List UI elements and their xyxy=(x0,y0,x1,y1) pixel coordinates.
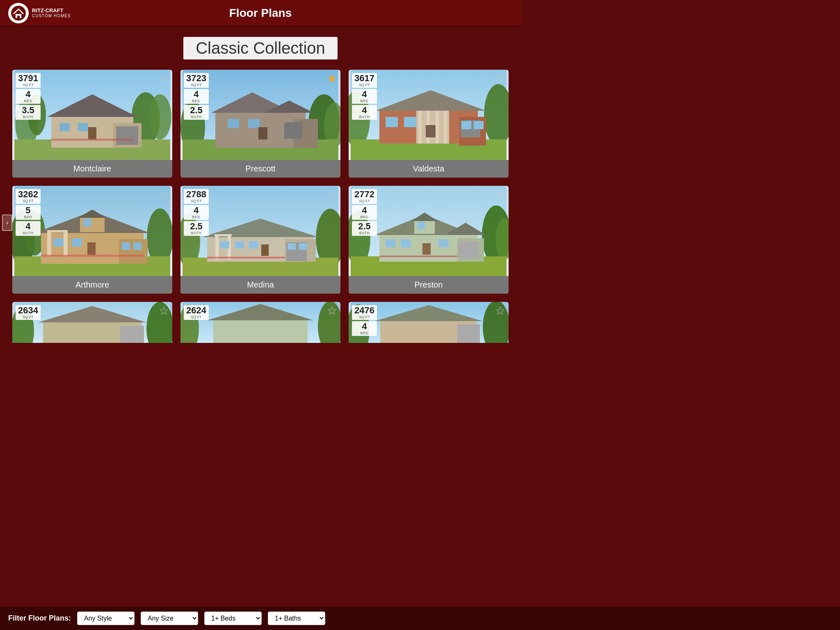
svg-rect-28 xyxy=(248,119,260,128)
svg-rect-67 xyxy=(41,255,144,257)
svg-rect-15 xyxy=(88,127,96,139)
svg-rect-26 xyxy=(284,122,302,139)
card-arthmore[interactable]: 3262 SQ FT 5 BED 4 BATH ☆ Arthmore xyxy=(12,186,172,294)
partial-card-2[interactable]: 2476 SQ FT 4 BED ☆ xyxy=(349,302,509,343)
svg-rect-59 xyxy=(47,231,51,256)
stats-overlay-valdesta: 3617 SQ FT 4 BED 4 BATH xyxy=(352,73,377,120)
svg-rect-64 xyxy=(87,242,96,255)
card-footer-valdesta: Valdesta xyxy=(349,160,509,178)
partial-card-image-2: 2476 SQ FT 4 BED ☆ xyxy=(349,302,509,343)
stats-overlay-partial-1: 2624 SQ FT xyxy=(184,305,209,320)
collection-title: Classic Collection xyxy=(183,37,338,59)
card-image-arthmore: 3262 SQ FT 5 BED 4 BATH ☆ xyxy=(12,186,172,276)
bed-box-medina: 4 BED xyxy=(184,205,209,220)
sqft-box-prescott: 3723 SQ FT xyxy=(184,73,209,88)
svg-rect-120 xyxy=(457,324,480,343)
svg-rect-29 xyxy=(258,127,267,139)
stats-overlay-partial-2: 2476 SQ FT 4 BED xyxy=(352,305,377,336)
svg-rect-44 xyxy=(404,117,416,127)
favorite-btn-partial-1[interactable]: ☆ xyxy=(327,305,337,317)
card-montclaire[interactable]: 3791 SQ FT 4 BED 3.5 BATH ☆ Montclaire xyxy=(12,70,172,178)
stats-overlay-preston: 2772 SQ FT 4 BED 2.5 BATH xyxy=(352,189,377,236)
favorite-btn-valdesta[interactable]: ☆ xyxy=(495,73,505,84)
svg-rect-97 xyxy=(418,222,425,229)
svg-rect-27 xyxy=(228,119,239,128)
logo-circle xyxy=(8,3,29,23)
bed-box-valdesta: 4 BED xyxy=(352,89,377,104)
partial-card-1[interactable]: 2624 SQ FT ☆ xyxy=(180,302,340,343)
svg-rect-81 xyxy=(249,241,258,249)
card-image-preston: 2772 SQ FT 4 BED 2.5 BATH ☆ xyxy=(349,186,509,276)
bath-box-preston: 2.5 BATH xyxy=(352,221,377,236)
sqft-box-partial-2: 2476 SQ FT xyxy=(352,305,377,320)
bed-box-partial-2: 4 BED xyxy=(352,321,377,336)
card-medina[interactable]: 2788 SQ FT 4 BED 2.5 BATH ☆ Medina xyxy=(180,186,340,294)
sqft-box-medina: 2788 SQ FT xyxy=(184,189,209,204)
header: RITZ·CRAFT CUSTOM HOMES Floor Plans xyxy=(0,0,521,27)
card-image-medina: 2788 SQ FT 4 BED 2.5 BATH ☆ xyxy=(180,186,340,276)
card-valdesta[interactable]: 3617 SQ FT 4 BED 4 BATH ☆ Valdesta xyxy=(349,70,509,178)
svg-rect-100 xyxy=(401,239,411,247)
stats-overlay-prescott: 3723 SQ FT 4 BED 2.5 BATH xyxy=(184,73,209,120)
svg-rect-84 xyxy=(299,243,307,250)
svg-rect-46 xyxy=(461,121,471,129)
svg-rect-2 xyxy=(17,16,20,18)
favorite-btn-partial-0[interactable]: ☆ xyxy=(159,305,169,317)
card-prescott[interactable]: 3723 SQ FT 4 BED 2.5 BATH ★ Prescott xyxy=(180,70,340,178)
card-preston[interactable]: 2772 SQ FT 4 BED 2.5 BATH ☆ Preston xyxy=(349,186,509,294)
bath-box-arthmore: 4 BATH xyxy=(16,221,41,236)
collection-title-area: Classic Collection xyxy=(0,27,521,66)
bath-box-montclaire: 3.5 BATH xyxy=(16,105,41,120)
svg-point-0 xyxy=(11,6,26,21)
svg-rect-45 xyxy=(426,125,436,137)
card-footer-arthmore: Arthmore xyxy=(12,276,172,294)
stats-overlay-arthmore: 3262 SQ FT 5 BED 4 BATH xyxy=(16,189,41,236)
card-grid: 3791 SQ FT 4 BED 3.5 BATH ☆ Montclaire xyxy=(12,70,509,294)
svg-rect-66 xyxy=(133,242,142,250)
svg-rect-47 xyxy=(474,121,484,129)
favorite-btn-arthmore[interactable]: ☆ xyxy=(159,189,169,201)
svg-rect-58 xyxy=(83,219,91,227)
svg-rect-82 xyxy=(261,244,269,256)
side-nav-arrow[interactable]: › xyxy=(2,215,12,231)
svg-rect-11 xyxy=(116,126,138,145)
favorite-btn-preston[interactable]: ☆ xyxy=(495,189,505,201)
card-footer-montclaire: Montclaire xyxy=(12,160,172,178)
favorite-btn-partial-2[interactable]: ☆ xyxy=(495,305,505,317)
stats-overlay-medina: 2788 SQ FT 4 BED 2.5 BATH xyxy=(184,189,209,236)
svg-rect-60 xyxy=(64,231,68,256)
svg-rect-78 xyxy=(215,234,232,236)
main-content: › xyxy=(0,66,521,380)
stats-overlay-partial-0: 2634 SQ FT xyxy=(16,305,41,320)
svg-rect-16 xyxy=(51,139,133,141)
favorite-btn-medina[interactable]: ☆ xyxy=(327,189,337,201)
card-image-prescott: 3723 SQ FT 4 BED 2.5 BATH ★ xyxy=(180,70,340,160)
bed-box-montclaire: 4 BED xyxy=(16,89,41,104)
svg-rect-85 xyxy=(207,257,285,258)
svg-rect-98 xyxy=(458,242,479,258)
partial-card-0[interactable]: 2634 SQ FT ☆ xyxy=(12,302,172,343)
svg-rect-14 xyxy=(78,123,88,131)
svg-rect-109 xyxy=(120,326,144,343)
sqft-box-valdesta: 3617 SQ FT xyxy=(352,73,377,88)
favorite-btn-prescott[interactable]: ★ xyxy=(327,73,337,84)
logo-text: RITZ·CRAFT CUSTOM HOMES xyxy=(32,7,71,19)
svg-rect-102 xyxy=(438,239,448,247)
svg-rect-43 xyxy=(386,117,398,127)
svg-rect-61 xyxy=(47,230,68,233)
sqft-box-partial-0: 2634 SQ FT xyxy=(16,305,41,320)
svg-rect-99 xyxy=(386,239,395,247)
svg-rect-62 xyxy=(53,238,64,247)
svg-rect-101 xyxy=(422,243,431,255)
stats-overlay-montclaire: 3791 SQ FT 4 BED 3.5 BATH xyxy=(16,73,41,120)
favorite-btn-montclaire[interactable]: ☆ xyxy=(159,73,169,84)
bed-box-arthmore: 5 BED xyxy=(16,205,41,220)
card-footer-preston: Preston xyxy=(349,276,509,294)
svg-rect-40 xyxy=(444,109,447,144)
header-title: Floor Plans xyxy=(229,7,292,20)
card-image-valdesta: 3617 SQ FT 4 BED 4 BATH ☆ xyxy=(349,70,509,160)
sqft-box-preston: 2772 SQ FT xyxy=(352,189,377,204)
bath-box-prescott: 2.5 BATH xyxy=(184,105,209,120)
bed-box-preston: 4 BED xyxy=(352,205,377,220)
svg-rect-76 xyxy=(215,235,219,260)
